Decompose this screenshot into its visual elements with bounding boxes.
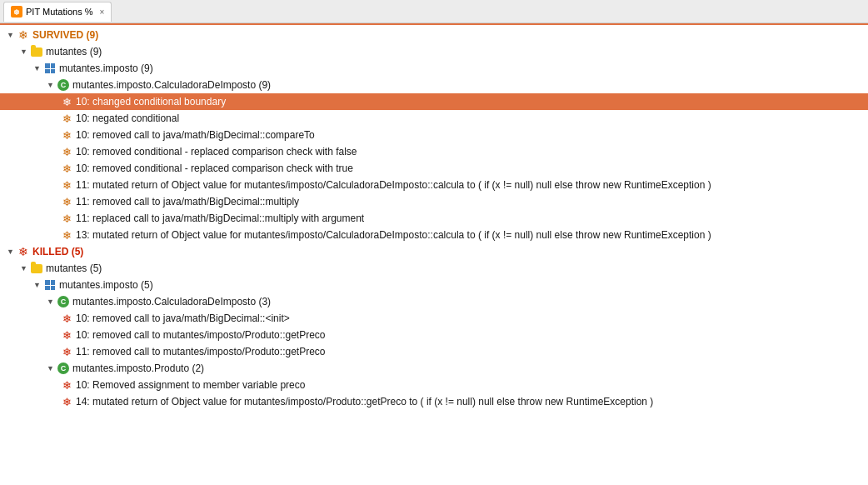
svg-text:❄: ❄	[62, 162, 72, 175]
killed-subpackage-label: mutantes.imposto (5)	[59, 278, 153, 292]
pit-mutations-tab[interactable]: ❄ PIT Mutations % ×	[3, 2, 112, 22]
svg-text:❄: ❄	[62, 146, 72, 158]
tab-label: PIT Mutations %	[26, 7, 93, 17]
killed-mutation-text-4: 14: mutated return of Object value for m…	[76, 394, 653, 409]
survived-subpackage-arrow: ▼	[33, 61, 43, 76]
svg-text:❄: ❄	[18, 28, 28, 42]
survived-arrow: ▼	[7, 28, 17, 42]
survived-group[interactable]: ▼ ❄ SURVIVED (9)	[0, 27, 868, 43]
killed-package-arrow: ▼	[20, 261, 30, 276]
killed-icon: ❄	[17, 245, 30, 258]
killed-class-1-icon: C	[57, 295, 70, 308]
svg-text:❄: ❄	[62, 212, 72, 225]
killed-mutation-icon-3: ❄	[60, 378, 73, 392]
mutation-icon-1: ❄	[60, 112, 73, 125]
survived-subpackage-label: mutantes.imposto (9)	[59, 61, 153, 76]
mutation-icon-5: ❄	[60, 178, 73, 192]
killed-mutation-1[interactable]: ❄ 10: removed call to mutantes/imposto/P…	[0, 327, 868, 343]
killed-mutation-icon-2: ❄	[60, 345, 73, 358]
killed-class-1-arrow: ▼	[47, 294, 57, 309]
killed-mutation-icon-4: ❄	[60, 395, 73, 408]
killed-class-2-icon: C	[57, 362, 70, 375]
survived-class-arrow: ▼	[47, 78, 57, 92]
survived-subpackage[interactable]: ▼ mutantes.imposto (9)	[0, 60, 868, 77]
svg-text:❄: ❄	[62, 396, 72, 408]
killed-mutation-text-0: 10: removed call to java/math/BigDecimal…	[76, 311, 290, 326]
svg-text:❄: ❄	[62, 179, 72, 192]
killed-mutation-text-1: 10: removed call to mutantes/imposto/Pro…	[76, 328, 326, 342]
killed-arrow: ▼	[7, 244, 17, 259]
survived-package-label: mutantes (9)	[46, 44, 102, 59]
svg-text:❄: ❄	[62, 112, 72, 125]
mutation-text-2: 10: removed call to java/math/BigDecimal…	[76, 128, 315, 142]
killed-mutation-3[interactable]: ❄ 10: Removed assignment to member varia…	[0, 377, 868, 393]
mutation-icon-3: ❄	[60, 145, 73, 158]
killed-class-1-label: mutantes.imposto.CalculadoraDeImposto (3…	[72, 294, 271, 309]
killed-subpackage-icon	[43, 278, 57, 292]
mutation-icon-7: ❄	[60, 212, 73, 225]
killed-mutation-4[interactable]: ❄ 14: mutated return of Object value for…	[0, 393, 868, 410]
svg-text:❄: ❄	[62, 346, 72, 358]
svg-text:❄: ❄	[62, 229, 72, 242]
mutation-text-8: 13: mutated return of Object value for m…	[76, 228, 711, 242]
killed-class-2-arrow: ▼	[47, 361, 57, 376]
mutation-item-7[interactable]: ❄ 11: replaced call to java/math/BigDeci…	[0, 210, 868, 227]
killed-mutation-0[interactable]: ❄ 10: removed call to java/math/BigDecim…	[0, 310, 868, 327]
killed-label: KILLED (5)	[32, 244, 83, 259]
killed-package-label: mutantes (5)	[46, 261, 102, 276]
svg-text:❄: ❄	[62, 96, 72, 108]
mutation-icon-0: ❄	[60, 95, 73, 108]
mutation-item-1[interactable]: ❄ 10: negated conditional	[0, 110, 868, 127]
mutation-icon-8: ❄	[60, 228, 73, 242]
killed-mutation-2[interactable]: ❄ 11: removed call to mutantes/imposto/P…	[0, 343, 868, 360]
killed-class-2-label: mutantes.imposto.Produto (2)	[72, 361, 204, 376]
mutation-item-2[interactable]: ❄ 10: removed call to java/math/BigDecim…	[0, 127, 868, 143]
mutation-text-1: 10: negated conditional	[76, 111, 179, 126]
killed-class-2[interactable]: ▼ C mutantes.imposto.Produto (2)	[0, 360, 868, 377]
mutation-item-8[interactable]: ❄ 13: mutated return of Object value for…	[0, 227, 868, 243]
mutation-icon-6: ❄	[60, 195, 73, 208]
mutation-icon-4: ❄	[60, 162, 73, 175]
mutation-text-6: 11: removed call to java/math/BigDecimal…	[76, 194, 299, 209]
survived-package[interactable]: ▼ mutantes (9)	[0, 43, 868, 60]
survived-class-icon: C	[57, 78, 70, 92]
survived-package-arrow: ▼	[20, 44, 30, 59]
killed-package-icon	[30, 262, 43, 275]
mutation-item-0[interactable]: ❄ 10: changed conditional boundary	[0, 93, 868, 110]
killed-mutation-icon-1: ❄	[60, 328, 73, 342]
killed-package[interactable]: ▼ mutantes (5)	[0, 260, 868, 277]
pit-tab-icon: ❄	[11, 6, 22, 18]
mutation-item-3[interactable]: ❄ 10: removed conditional - replaced com…	[0, 143, 868, 160]
tab-bar: ❄ PIT Mutations % ×	[0, 0, 868, 23]
svg-text:❄: ❄	[62, 312, 72, 325]
survived-class-label: mutantes.imposto.CalculadoraDeImposto (9…	[72, 78, 271, 92]
killed-subpackage[interactable]: ▼ mutantes.imposto (5)	[0, 277, 868, 293]
killed-class-1[interactable]: ▼ C mutantes.imposto.CalculadoraDeImpost…	[0, 293, 868, 310]
close-tab-button[interactable]: ×	[100, 8, 105, 17]
survived-icon: ❄	[17, 28, 30, 42]
mutation-text-7: 11: replaced call to java/math/BigDecima…	[76, 211, 364, 226]
mutation-text-4: 10: removed conditional - replaced compa…	[76, 161, 353, 176]
svg-text:❄: ❄	[62, 129, 72, 142]
mutation-text-3: 10: removed conditional - replaced compa…	[76, 144, 357, 159]
svg-text:❄: ❄	[18, 245, 28, 258]
mutation-text-5: 11: mutated return of Object value for m…	[76, 178, 711, 192]
svg-text:❄: ❄	[13, 8, 20, 17]
svg-text:❄: ❄	[62, 196, 72, 208]
mutation-item-4[interactable]: ❄ 10: removed conditional - replaced com…	[0, 160, 868, 177]
survived-label: SURVIVED (9)	[32, 28, 98, 42]
killed-subpackage-arrow: ▼	[33, 278, 43, 292]
killed-mutation-text-2: 11: removed call to mutantes/imposto/Pro…	[76, 344, 326, 359]
svg-text:❄: ❄	[62, 329, 72, 342]
mutation-icon-2: ❄	[60, 128, 73, 142]
killed-group[interactable]: ▼ ❄ KILLED (5)	[0, 243, 868, 260]
svg-text:❄: ❄	[62, 379, 72, 392]
killed-mutation-icon-0: ❄	[60, 312, 73, 325]
mutation-item-5[interactable]: ❄ 11: mutated return of Object value for…	[0, 177, 868, 193]
mutations-tree: ▼ ❄ SURVIVED (9) ▼ mutantes (9) ▼ mutant…	[0, 23, 868, 485]
survived-subpackage-icon	[43, 62, 57, 75]
survived-package-icon	[30, 45, 43, 58]
mutation-item-6[interactable]: ❄ 11: removed call to java/math/BigDecim…	[0, 193, 868, 210]
survived-class[interactable]: ▼ C mutantes.imposto.CalculadoraDeImpost…	[0, 77, 868, 93]
mutation-text-0: 10: changed conditional boundary	[76, 94, 226, 109]
